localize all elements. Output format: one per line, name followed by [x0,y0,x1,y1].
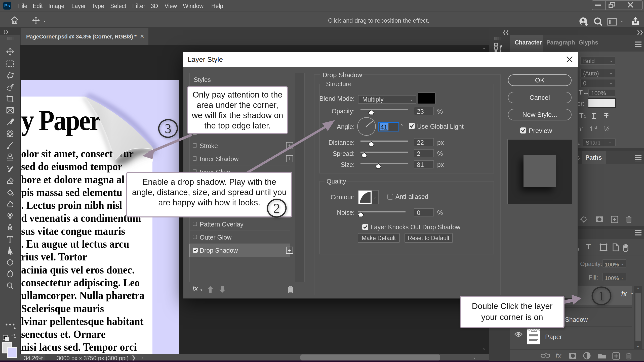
svg-text:2: 2 [273,201,280,215]
svg-text:3: 3 [165,121,171,136]
svg-text:1: 1 [598,289,605,303]
